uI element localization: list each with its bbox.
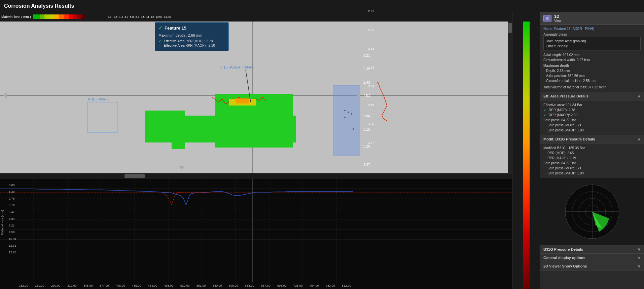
viewer-2d-header[interactable]: 2D Viewer Show Options ∨	[540, 262, 644, 271]
svg-point-30	[348, 112, 349, 113]
general-display-title: General display options	[543, 256, 585, 260]
scale-tick-6: 9.5	[141, 15, 145, 18]
other-class: Other: Pinhole	[546, 44, 638, 49]
app-title: Corrosion Analysis Results	[4, 3, 74, 9]
svg-text:2.76: 2.76	[9, 197, 15, 200]
scale-tick-8: 12	[151, 15, 154, 18]
modif-b31g-header[interactable]: Modif. B31G Pressure Details ∧	[540, 135, 644, 143]
right-panel: 3D 3D View Name: Feature 15 (AXGR - PINH…	[540, 12, 644, 289]
anomaly-class-box: Max. depth: Axial grooving Other: Pinhol…	[543, 37, 641, 50]
svg-text:5.47: 5.47	[9, 210, 15, 214]
main-2d-canvas[interactable]: # 10 (PINH)	[0, 22, 512, 173]
y-label-6: 3.26	[368, 122, 374, 126]
vert-color-bar	[523, 22, 530, 289]
color-seg-9	[73, 14, 77, 19]
modified-b31g-val: Modified B31G : 185.38 Bar	[543, 146, 641, 151]
color-scale-bar: Material loss ( mm )	[0, 12, 512, 22]
x-label-15: 667.00	[261, 284, 277, 287]
y-label-1: 2.32	[368, 28, 374, 32]
x-label-7: 435.00	[132, 284, 148, 287]
y-label-4: 3.04	[368, 85, 374, 88]
x-label-0: 232.00	[19, 284, 35, 287]
y-axis-labels: 2.21 2.32 2.43 2.53 3.04 3.15 3.26 3.37	[368, 12, 374, 144]
svg-text:3.37: 3.37	[363, 163, 370, 167]
svg-text:Material loss (mm): Material loss (mm)	[1, 210, 4, 235]
safe-press: Safe press: 84.77 Bar	[543, 118, 641, 123]
x-label-16: 696.00	[277, 284, 293, 287]
polar-chart-area	[540, 178, 644, 245]
x-label-1: 261.00	[35, 284, 51, 287]
svg-text:# 10 (PINH): # 10 (PINH)	[88, 97, 108, 101]
svg-rect-3	[87, 102, 118, 132]
bottom-profile-canvas: 0.00 1.30 2.76 4.10 5.47 6.84 8.21 9.58 …	[0, 179, 512, 282]
axial-length: Axial length: 197.02 mm	[543, 52, 641, 57]
svg-point-32	[344, 117, 346, 118]
safe-press-maop: Safe press./MAOP: 1.00	[543, 128, 641, 133]
x-label-9: 493.00	[164, 284, 180, 287]
svg-rect-34	[0, 179, 512, 282]
general-display-header[interactable]: General display options ∨	[540, 254, 644, 262]
view-type: 3D	[554, 14, 562, 19]
svg-text:13.68: 13.68	[9, 251, 16, 254]
rpr-mop-text: RPR (MOP): 2.78	[549, 108, 575, 112]
right-color-scale: 2.21 2.32 2.43 2.53 3.04 3.15 3.26 3.37	[512, 12, 540, 289]
eff-area-content: Effective area: 194.84 Bar ✓ RPR (MOP): …	[540, 100, 644, 135]
svg-rect-17	[333, 85, 360, 156]
scale-header-spacer	[512, 12, 540, 22]
check-rpr-mop: ✓	[543, 108, 546, 112]
max-depth-section: Maximum depth	[543, 64, 641, 68]
svg-text:1.30: 1.30	[9, 190, 15, 194]
y-label-7: 3.37	[368, 141, 374, 144]
x-axis-labels: 232.00 261.00 290.00 319.00 348.00 377.0…	[0, 282, 512, 289]
x-label-10: 522.00	[180, 284, 196, 287]
bottom-profile-view: 0.00 1.30 2.76 4.10 5.47 6.84 8.21 9.58 …	[0, 179, 512, 282]
h-scrollbar-thumb[interactable]	[124, 174, 145, 178]
color-seg-10	[77, 14, 81, 19]
color-seg-1	[33, 14, 40, 19]
x-label-18: 754.00	[310, 284, 326, 287]
v-scrollbar[interactable]	[508, 22, 512, 173]
h-scrollbar[interactable]	[0, 173, 512, 179]
eff-area-header[interactable]: Eff. Area Pressure Details ∧	[540, 92, 644, 100]
check-icon-2: ✓	[158, 44, 161, 47]
circum-pos: Circumferential position: 2:58 h:m	[543, 78, 641, 83]
max-depth-text: Maximum depth : 2.68 mm	[158, 33, 225, 37]
x-label-17: 725.00	[293, 284, 310, 287]
view-label-group: 3D View	[554, 14, 562, 23]
viewer-2d-title: 2D Viewer Show Options	[543, 264, 587, 268]
check-icon-1: ✓	[158, 39, 161, 43]
scale-tick-9: 13.58	[155, 15, 162, 18]
view-label: View	[554, 19, 562, 23]
scale-tick-10: 13.86	[164, 15, 171, 18]
feature-title-text: Feature 15	[165, 26, 186, 31]
total-volume: Total volume of material loss: 977.32 mm…	[543, 85, 641, 90]
scale-tick-4: 5.8	[130, 15, 134, 18]
x-label-14: 638.00	[245, 284, 261, 287]
scale-tick-3: 4.0	[124, 15, 128, 18]
feature-info: Name: Feature 15 (AXGR - PINH) Anomaly c…	[540, 25, 644, 92]
anomaly-class-label: Anomaly class	[543, 33, 641, 36]
polar-chart-svg	[562, 181, 622, 242]
v-scrollbar-thumb[interactable]	[508, 23, 512, 33]
scale-tick-1: 0.5	[114, 15, 117, 18]
color-seg-7	[64, 14, 69, 19]
svg-text:4.10: 4.10	[9, 204, 15, 207]
color-seg-11	[81, 14, 85, 19]
tooltip-item-1-text: Effective Area RPR (MOP) : 2.78	[164, 39, 213, 43]
b31g-header[interactable]: B31G Pressure Details ∨	[540, 245, 644, 254]
svg-point-33	[353, 128, 354, 130]
rpr-mop-row: ✓ RPR (MOP): 2.78	[543, 108, 641, 113]
x-label-19: 783.00	[326, 284, 342, 287]
viewer-2d-chevron: ∨	[638, 264, 641, 269]
check-icon-title: ✓	[158, 25, 163, 31]
tooltip-item-1: ✓ Effective Area RPR (MOP) : 2.78	[158, 39, 225, 43]
color-seg-4	[49, 14, 55, 19]
feature-tooltip-title: ✓ Feature 15	[158, 25, 225, 31]
svg-rect-14	[236, 98, 249, 104]
color-bar	[33, 14, 107, 19]
x-label-6: 406.00	[116, 284, 132, 287]
modif-b31g-section: Modif. B31G Pressure Details ∧ Modified …	[540, 135, 644, 178]
tooltip-item-2: ✓ Effective Area RPR (MAOP) : 2.30	[158, 44, 225, 47]
circum-width: Circumferential width: 0:27 h:m	[543, 57, 641, 63]
max-depth-class: Max. depth: Axial grooving	[546, 39, 638, 44]
